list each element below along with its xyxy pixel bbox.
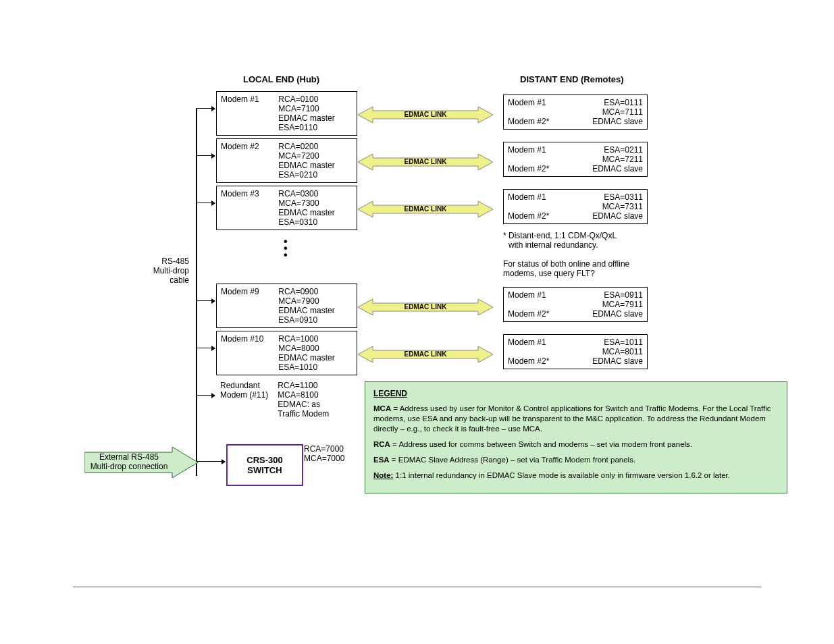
switch-params: RCA=7000 MCA=7000: [304, 444, 344, 463]
edmac-link-1: EDMAC LINK: [358, 107, 493, 123]
rs485-cable-label: RS-485Multi-dropcable: [152, 257, 189, 285]
remote-modem-3: Modem #1ESA=0311 MCA=7311 Modem #2*EDMAC…: [503, 189, 648, 224]
footer-rule: [73, 587, 761, 587]
wire: [196, 108, 215, 109]
local-modem-9: Modem #9 RCA=0900MCA=7900EDMAC masterESA…: [216, 284, 357, 328]
redundant-modem: Redundant Modem (#11) RCA=1100MCA=8100ED…: [216, 378, 356, 421]
wire: [196, 155, 215, 156]
wire: [196, 395, 215, 396]
remote-modem-2: Modem #1ESA=0211 MCA=7211 Modem #2*EDMAC…: [503, 142, 648, 177]
local-modem-3: Modem #3 RCA=0300MCA=7300EDMAC masterESA…: [216, 186, 357, 230]
wire: [196, 461, 225, 462]
edmac-link-2: EDMAC LINK: [358, 154, 493, 170]
header-distant: DISTANT END (Remotes): [520, 74, 624, 84]
edmac-link-5: EDMAC LINK: [358, 346, 493, 363]
ellipsis-dots: •••: [284, 238, 288, 259]
page: LOCAL END (Hub) DISTANT END (Remotes) RS…: [0, 0, 834, 644]
wire: [196, 203, 215, 203]
legend-box: LEGEND MCA = Address used by user for Mo…: [365, 381, 787, 493]
remote-modem-4: Modem #1ESA=0911 MCA=7911 Modem #2*EDMAC…: [503, 287, 648, 322]
header-local: LOCAL END (Hub): [243, 74, 319, 84]
edmac-link-3: EDMAC LINK: [358, 201, 493, 217]
wire: [196, 348, 215, 348]
edmac-link-4: EDMAC LINK: [358, 299, 493, 315]
external-rs485-arrow: External RS-485 Multi-drop connection: [84, 447, 199, 478]
local-modem-1: Modem #1 RCA=0100MCA=7100EDMAC masterESA…: [216, 91, 357, 136]
rs485-bus-line: [196, 108, 197, 476]
remote-modem-5: Modem #1ESA=1011 MCA=8011 Modem #2*EDMAC…: [503, 334, 648, 369]
crs300-switch-box: CRS-300 SWITCH: [226, 444, 303, 486]
wire: [196, 300, 215, 301]
remote-modem-1: Modem #1ESA=0111 MCA=7111 Modem #2*EDMAC…: [503, 95, 648, 130]
local-modem-2: Modem #2 RCA=0200MCA=7200EDMAC masterESA…: [216, 138, 357, 183]
distant-end-note: * Distant-end, 1:1 CDM-Qx/QxL with inter…: [503, 231, 629, 278]
local-modem-10: Modem #10 RCA=1000MCA=8000EDMAC masterES…: [216, 331, 357, 375]
legend-title: LEGEND: [373, 389, 779, 398]
